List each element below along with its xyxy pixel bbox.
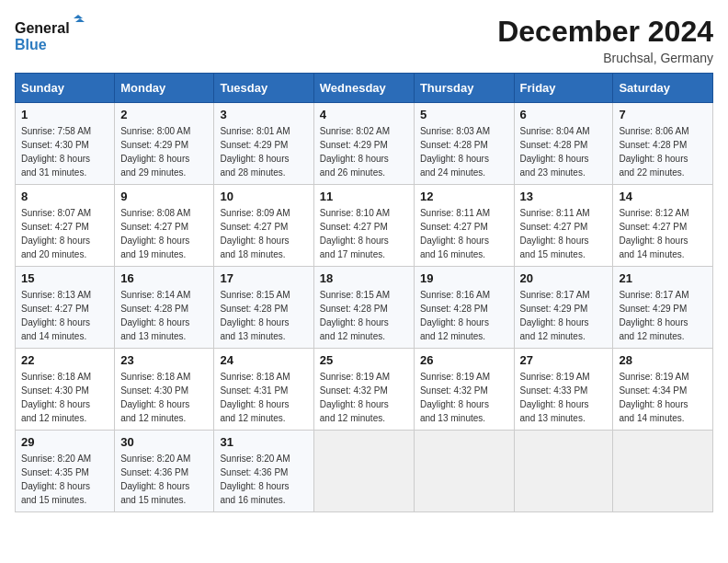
table-row: 18Sunrise: 8:15 AMSunset: 4:28 PMDayligh… <box>313 267 414 349</box>
col-saturday: Saturday <box>613 74 713 103</box>
table-row: 31Sunrise: 8:20 AMSunset: 4:36 PMDayligh… <box>214 431 313 512</box>
table-row: 24Sunrise: 8:18 AMSunset: 4:31 PMDayligh… <box>214 349 313 431</box>
col-friday: Friday <box>514 74 613 103</box>
table-row: 26Sunrise: 8:19 AMSunset: 4:32 PMDayligh… <box>414 349 514 431</box>
logo-svg: General Blue <box>15 15 88 55</box>
table-row: 21Sunrise: 8:17 AMSunset: 4:29 PMDayligh… <box>613 267 713 349</box>
svg-text:General: General <box>15 20 70 36</box>
svg-marker-3 <box>75 18 85 22</box>
month-title: December 2024 <box>497 15 713 49</box>
table-row: 23Sunrise: 8:18 AMSunset: 4:30 PMDayligh… <box>115 349 214 431</box>
table-row: 16Sunrise: 8:14 AMSunset: 4:28 PMDayligh… <box>115 267 214 349</box>
table-row <box>613 431 713 512</box>
logo: General Blue <box>15 15 88 55</box>
table-row: 22Sunrise: 8:18 AMSunset: 4:30 PMDayligh… <box>16 349 115 431</box>
table-row: 7Sunrise: 8:06 AMSunset: 4:28 PMDaylight… <box>613 103 713 185</box>
col-wednesday: Wednesday <box>313 74 414 103</box>
table-row: 30Sunrise: 8:20 AMSunset: 4:36 PMDayligh… <box>115 431 214 512</box>
col-tuesday: Tuesday <box>214 74 313 103</box>
table-row: 11Sunrise: 8:10 AMSunset: 4:27 PMDayligh… <box>313 185 414 267</box>
location-title: Bruchsal, Germany <box>497 51 713 65</box>
table-row: 8Sunrise: 8:07 AMSunset: 4:27 PMDaylight… <box>16 185 115 267</box>
svg-text:Blue: Blue <box>15 37 47 52</box>
table-row: 27Sunrise: 8:19 AMSunset: 4:33 PMDayligh… <box>514 349 613 431</box>
header: General Blue December 2024 Bruchsal, Ger… <box>15 15 713 65</box>
table-row: 5Sunrise: 8:03 AMSunset: 4:28 PMDaylight… <box>414 103 514 185</box>
table-row: 4Sunrise: 8:02 AMSunset: 4:29 PMDaylight… <box>313 103 414 185</box>
table-row: 25Sunrise: 8:19 AMSunset: 4:32 PMDayligh… <box>313 349 414 431</box>
header-row: Sunday Monday Tuesday Wednesday Thursday… <box>16 74 713 103</box>
table-row: 3Sunrise: 8:01 AMSunset: 4:29 PMDaylight… <box>214 103 313 185</box>
table-row: 20Sunrise: 8:17 AMSunset: 4:29 PMDayligh… <box>514 267 613 349</box>
table-row: 2Sunrise: 8:00 AMSunset: 4:29 PMDaylight… <box>115 103 214 185</box>
table-row <box>514 431 613 512</box>
col-monday: Monday <box>115 74 214 103</box>
svg-marker-2 <box>74 15 83 18</box>
col-thursday: Thursday <box>414 74 514 103</box>
table-row: 1Sunrise: 7:58 AMSunset: 4:30 PMDaylight… <box>16 103 115 185</box>
table-row: 15Sunrise: 8:13 AMSunset: 4:27 PMDayligh… <box>16 267 115 349</box>
table-row: 28Sunrise: 8:19 AMSunset: 4:34 PMDayligh… <box>613 349 713 431</box>
calendar-table: Sunday Monday Tuesday Wednesday Thursday… <box>15 73 713 512</box>
table-row: 12Sunrise: 8:11 AMSunset: 4:27 PMDayligh… <box>414 185 514 267</box>
table-row: 17Sunrise: 8:15 AMSunset: 4:28 PMDayligh… <box>214 267 313 349</box>
col-sunday: Sunday <box>16 74 115 103</box>
table-row: 13Sunrise: 8:11 AMSunset: 4:27 PMDayligh… <box>514 185 613 267</box>
table-row: 6Sunrise: 8:04 AMSunset: 4:28 PMDaylight… <box>514 103 613 185</box>
table-row: 10Sunrise: 8:09 AMSunset: 4:27 PMDayligh… <box>214 185 313 267</box>
title-area: December 2024 Bruchsal, Germany <box>497 15 713 65</box>
table-row: 29Sunrise: 8:20 AMSunset: 4:35 PMDayligh… <box>16 431 115 512</box>
table-row <box>313 431 414 512</box>
table-row <box>414 431 514 512</box>
table-row: 9Sunrise: 8:08 AMSunset: 4:27 PMDaylight… <box>115 185 214 267</box>
table-row: 14Sunrise: 8:12 AMSunset: 4:27 PMDayligh… <box>613 185 713 267</box>
table-row: 19Sunrise: 8:16 AMSunset: 4:28 PMDayligh… <box>414 267 514 349</box>
